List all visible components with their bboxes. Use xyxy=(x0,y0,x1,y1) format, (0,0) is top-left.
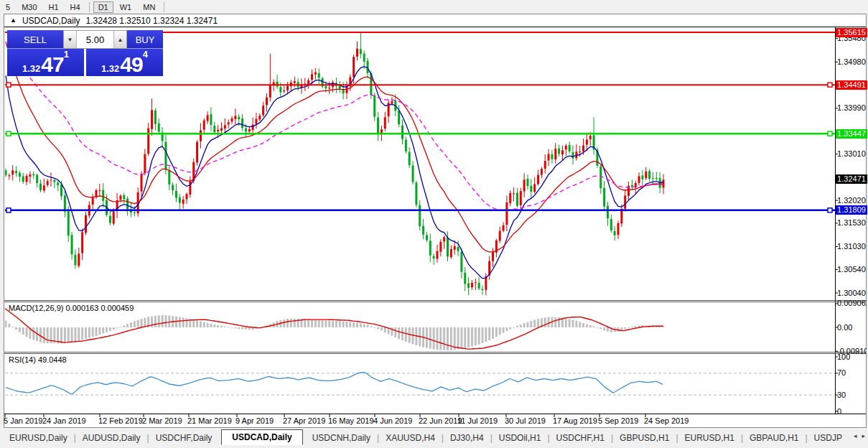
sell-price-panel[interactable]: 1.32 47 1 xyxy=(7,49,84,76)
buy-price-big: 49 xyxy=(120,55,142,74)
toolbar-separator xyxy=(89,2,90,12)
chart-tab-dj30-h4[interactable]: DJ30,H4 xyxy=(441,431,493,445)
volume-input[interactable] xyxy=(77,31,113,48)
chart-tab-eurusd-daily[interactable]: EURUSD,Daily xyxy=(0,431,77,445)
tab-scroll-left-icon[interactable]: ◂ xyxy=(854,431,857,440)
tab-scroll-arrows: ◂ ▸ xyxy=(854,431,865,440)
timeframe-toolbar: 5M30H1H4D1W1MN xyxy=(0,0,868,14)
macd-indicator-panel[interactable] xyxy=(5,302,835,351)
chart-tab-usdoil-h1[interactable]: USDOil,H1 xyxy=(490,431,551,445)
volume-increase-button[interactable]: ▲ xyxy=(113,31,126,48)
chart-tab-bar: EURUSD,Daily|AUDUSD,Daily|USDCHF,DailyUS… xyxy=(0,428,868,448)
chart-tab-xauusd-h4[interactable]: XAUUSD,H4 xyxy=(376,431,444,445)
buy-price-sup: 4 xyxy=(143,50,148,59)
timeframe-button-h4[interactable]: H4 xyxy=(65,1,85,13)
timeframe-button-h1[interactable]: H1 xyxy=(44,1,64,13)
timeframe-button-w1[interactable]: W1 xyxy=(115,1,137,13)
timeframe-button-mn[interactable]: MN xyxy=(138,1,160,13)
date-axis[interactable] xyxy=(5,414,835,426)
one-click-trading-widget: SELL ▼ ▲ BUY 1.32 47 1 1.32 49 4 xyxy=(7,30,163,76)
chart-tab-usdcnh-daily[interactable]: USDCNH,Daily xyxy=(303,431,380,445)
chart-tab-usdjp[interactable]: USDJP xyxy=(805,431,851,445)
timeframe-button-m30[interactable]: M30 xyxy=(17,1,42,13)
mt4-terminal: 5M30H1H4D1W1MN ▲ USDCAD,Daily 1.32428 1.… xyxy=(0,0,868,448)
toolbar-separator xyxy=(164,2,164,12)
timeframe-button-5[interactable]: 5 xyxy=(1,1,15,13)
chart-tab-usdchf-h1[interactable]: USDCHF,H1 xyxy=(547,431,614,445)
chart-tab-audusd-daily[interactable]: AUDUSD,Daily xyxy=(73,431,150,445)
volume-spinner: ▼ ▲ xyxy=(63,30,127,49)
chart-symbol-title: USDCAD,Daily xyxy=(22,16,80,26)
buy-button[interactable]: BUY xyxy=(127,30,163,49)
chart-tab-usdchf-daily[interactable]: USDCHF,Daily xyxy=(146,431,222,445)
chart-ohlc-values: 1.32428 1.32510 1.32324 1.32471 xyxy=(86,16,218,26)
buy-price-panel[interactable]: 1.32 49 4 xyxy=(86,49,163,76)
collapse-panel-icon[interactable]: ▲ xyxy=(10,15,17,26)
sell-button[interactable]: SELL xyxy=(7,30,63,49)
sell-price-small: 1.32 xyxy=(22,64,40,74)
timeframe-button-d1[interactable]: D1 xyxy=(93,1,113,13)
tab-scroll-right-icon[interactable]: ▸ xyxy=(862,431,865,440)
rsi-indicator-panel[interactable] xyxy=(5,354,835,413)
chart-tab-gbpaud-h1[interactable]: GBPAUD,H1 xyxy=(740,431,808,445)
buy-price-small: 1.32 xyxy=(101,64,119,74)
price-axis[interactable] xyxy=(836,27,867,413)
sell-price-sup: 1 xyxy=(64,50,69,59)
chart-tab-usdcad-daily[interactable]: USDCAD,Daily xyxy=(221,429,302,445)
chart-tab-gbpusd-h1[interactable]: GBPUSD,H1 xyxy=(610,431,678,445)
sell-price-big: 47 xyxy=(41,55,63,74)
chart-title-bar: ▲ USDCAD,Daily 1.32428 1.32510 1.32324 1… xyxy=(10,15,222,26)
volume-decrease-button[interactable]: ▼ xyxy=(64,31,77,48)
chart-tab-eurusd-h1[interactable]: EURUSD,H1 xyxy=(676,431,744,445)
